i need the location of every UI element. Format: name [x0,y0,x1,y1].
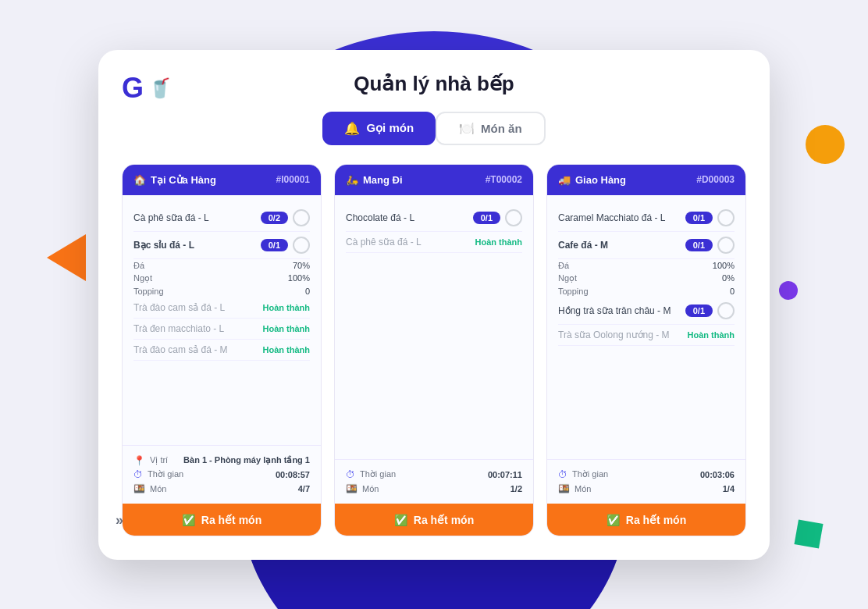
card-header-2: 🚚 Giao Hàng #D00003 [547,165,745,195]
footer-value-0-1: 00:08:57 [276,470,310,479]
item-badge-1-0: 0/1 [473,212,500,224]
item-circle-0-1[interactable] [293,237,310,254]
card-header-0: 🏠 Tại Cửa Hàng #I00001 [123,165,321,195]
footer-icon-2-1: 🍱 [558,483,570,494]
item-name-done-0-5: Trà đào cam sả đá - M [133,344,263,355]
footer-value-1-1: 1/2 [510,484,522,493]
footer-row-2-0: ⏱ Thời gian 00:03:06 [558,468,735,482]
item-done-badge-0-5: Hoàn thành [263,345,311,354]
page-header: Quản lý nhà bếp [122,72,746,96]
item-done-badge-1-1: Hoàn thành [475,237,523,247]
sub-detail-label: Đá [133,261,144,270]
sub-detail-value: 0 [730,287,735,296]
card-header-icon-2: 🚚 [558,174,571,186]
item-badge-2-1: 0/1 [685,239,713,251]
tab-mon-an[interactable]: 🍽️ Món ăn [436,112,546,145]
tab-mon-an-label: Món ăn [481,122,522,135]
sub-detail-2-2: Topping 0 [558,285,735,297]
item-done-badge-2-4: Hoàn thành [688,330,735,340]
footer-icon-0-2: 🍱 [133,483,145,494]
footer-label-2-1: Món [575,484,718,493]
card-header-title-0: Tại Cửa Hàng [151,174,216,186]
sub-detail-label: Topping [558,287,589,296]
footer-icon-1-0: ⏱ [346,469,355,480]
card-header-left-0: 🏠 Tại Cửa Hàng [133,174,216,186]
tab-goi-mon-label: Gọi món [366,121,414,135]
footer-value-0-2: 4/7 [298,484,310,493]
card-body-2: Caramel Macchiato đá - L 0/1 Cafe đá - M… [547,195,745,459]
item-row-2-1: Cafe đá - M 0/1 [558,232,735,259]
item-circle-2-0[interactable] [717,209,735,226]
footer-label-1-1: Món [362,484,506,493]
footer-value-0-0: Bàn 1 - Phòng máy lạnh tầng 1 [183,455,310,465]
logo-area: G 🥤 [122,72,172,105]
deco-square-green [794,519,823,548]
item-done-badge-0-3: Hoàn thành [263,303,311,312]
order-card-0: 🏠 Tại Cửa Hàng #I00001 Cà phê sữa đá - L… [122,164,322,536]
item-circle-2-1[interactable] [717,237,735,254]
footer-label-0-1: Thời gian [148,469,271,479]
item-name-0-0: Cà phê sữa đá - L [133,212,261,223]
action-btn-1[interactable]: ✅ Ra hết món [335,504,533,536]
logo-icon: 🥤 [148,77,172,99]
item-row-0-0: Cà phê sữa đá - L 0/2 [133,205,310,232]
action-btn-2[interactable]: ✅ Ra hết món [547,504,745,536]
sub-detail-label: Ngọt [133,273,152,283]
item-badge-0-1: 0/1 [261,239,288,251]
tab-goi-mon[interactable]: 🔔 Gọi món [322,112,436,145]
action-btn-0[interactable]: ✅ Ra hết món [123,504,321,536]
item-circle-2-3[interactable] [717,302,735,319]
check-icon-0: ✅ [182,514,195,526]
item-badge-2-3: 0/1 [685,304,713,317]
order-card-2: 🚚 Giao Hàng #D00003 Caramel Macchiato đá… [546,164,746,536]
footer-row-1-0: ⏱ Thời gian 00:07:11 [346,468,522,482]
sub-detail-value: 70% [293,261,310,270]
item-circle-1-0[interactable] [505,209,522,226]
footer-row-0-2: 🍱 Món 4/7 [133,482,310,496]
sub-detail-label: Đá [558,261,569,270]
card-header-left-2: 🚚 Giao Hàng [558,174,626,186]
sub-detail-0-2: Topping 0 [133,285,310,297]
item-row-done-2-4: Trà sữa Oolong nướng - M Hoàn thành [558,325,735,346]
card-header-icon-0: 🏠 [133,174,146,186]
sub-detail-value: 0% [722,273,735,283]
sub-detail-2-2: Đá 100% [558,259,735,272]
card-header-id-0: #I00001 [276,174,310,185]
card-body-1: Chocolate đá - L 0/1 Cà phê sữa đá - L H… [335,195,533,459]
item-row-1-0: Chocolate đá - L 0/1 [346,205,522,232]
item-name-1-0: Chocolate đá - L [346,212,473,223]
deco-circle-purple [779,281,798,300]
footer-label-1-0: Thời gian [360,469,483,479]
sub-detail-0-2: Ngọt 100% [133,272,310,285]
item-badge-2-0: 0/1 [685,212,713,224]
card-header-title-2: Giao Hàng [575,174,626,186]
item-row-done-0-3: Trà đào cam sả đá - L Hoàn thành [133,297,310,319]
item-circle-0-0[interactable] [293,209,310,226]
footer-row-0-0: 📍 Vị trí Bàn 1 - Phòng máy lạnh tầng 1 [133,454,310,468]
item-name-done-1-1: Cà phê sữa đá - L [346,237,475,248]
deco-circle-right [806,125,845,164]
item-name-2-3: Hồng trà sữa trân châu - M [558,305,685,316]
card-header-left-1: 🛵 Mang Đi [346,174,403,186]
goi-mon-icon: 🔔 [344,121,360,136]
footer-value-2-1: 1/4 [723,484,735,493]
item-row-0-1: Bạc sỉu đá - L 0/1 [133,232,310,259]
item-done-badge-0-4: Hoàn thành [263,324,311,333]
footer-row-2-1: 🍱 Món 1/4 [558,482,735,496]
card-body-0: Cà phê sữa đá - L 0/2 Bạc sỉu đá - L 0/1… [123,195,321,445]
item-row-done-0-4: Trà đen macchiato - L Hoàn thành [133,319,310,340]
footer-value-2-0: 00:03:06 [700,470,735,479]
card-footer-1: ⏱ Thời gian 00:07:11 🍱 Món 1/2 ✅ Ra hết … [335,459,533,536]
item-row-2-3: Hồng trà sữa trân châu - M 0/1 [558,297,735,325]
sub-detail-value: 0 [305,287,310,296]
item-name-0-1: Bạc sỉu đá - L [133,240,261,251]
item-row-2-0: Caramel Macchiato đá - L 0/1 [558,205,735,232]
check-icon-1: ✅ [394,514,407,526]
footer-label-0-2: Món [150,484,293,493]
sub-detail-0-2: Đá 70% [133,259,310,272]
check-icon-2: ✅ [607,514,620,526]
item-name-2-0: Caramel Macchiato đá - L [558,212,685,223]
sub-detail-label: Ngọt [558,273,577,283]
cards-grid: 🏠 Tại Cửa Hàng #I00001 Cà phê sữa đá - L… [122,164,746,536]
footer-label-2-0: Thời gian [572,469,695,479]
